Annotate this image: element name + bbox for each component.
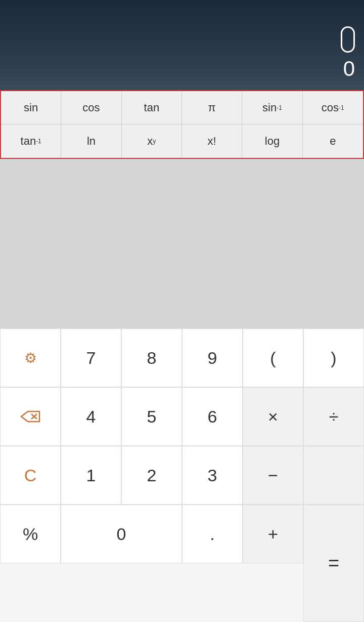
backspace-icon: [20, 409, 40, 424]
arcsin-button[interactable]: sin-1: [242, 91, 302, 125]
key-8[interactable]: 8: [121, 328, 182, 387]
power-button[interactable]: xy: [122, 125, 182, 158]
key-6[interactable]: 6: [182, 387, 243, 446]
factorial-button[interactable]: x!: [182, 125, 242, 158]
euler-button[interactable]: e: [303, 125, 363, 158]
display-cursor: [341, 26, 355, 53]
backspace-button[interactable]: [0, 387, 61, 446]
empty-key: [303, 446, 364, 505]
close-paren-button[interactable]: ): [303, 328, 364, 387]
cos-button[interactable]: cos: [61, 91, 121, 125]
sin-button[interactable]: sin: [1, 91, 61, 125]
key-9[interactable]: 9: [182, 328, 243, 387]
settings-button[interactable]: ⚙: [0, 328, 61, 387]
ln-button[interactable]: ln: [61, 125, 121, 158]
key-7[interactable]: 7: [61, 328, 121, 387]
arccos-button[interactable]: cos-1: [303, 91, 363, 125]
multiply-button[interactable]: ×: [243, 387, 303, 446]
clear-button[interactable]: C: [0, 446, 61, 505]
percent-button[interactable]: %: [0, 505, 61, 563]
arctan-button[interactable]: tan-1: [1, 125, 61, 158]
display-area: 0: [0, 0, 364, 90]
scientific-panel: sin cos tan π sin-1 cos-1 tan-1 ln xy x!…: [0, 90, 364, 159]
log-button[interactable]: log: [242, 125, 302, 158]
open-paren-button[interactable]: (: [243, 328, 303, 387]
display-value: 0: [343, 57, 355, 81]
key-0[interactable]: 0: [61, 505, 182, 563]
plus-button[interactable]: +: [243, 505, 303, 563]
key-4[interactable]: 4: [61, 387, 121, 446]
dot-button[interactable]: .: [182, 505, 243, 563]
pi-button[interactable]: π: [182, 91, 242, 125]
keypad: ⚙ 7 8 9 ( ) 4 5 6 × ÷ C 1 2 3 − % 0 . + …: [0, 328, 364, 622]
key-5[interactable]: 5: [121, 387, 182, 446]
tan-button[interactable]: tan: [122, 91, 182, 125]
key-3[interactable]: 3: [182, 446, 243, 505]
key-1[interactable]: 1: [61, 446, 121, 505]
divide-button[interactable]: ÷: [303, 387, 364, 446]
minus-button[interactable]: −: [243, 446, 303, 505]
spacer: [0, 159, 364, 328]
equals-button[interactable]: =: [303, 505, 364, 622]
key-2[interactable]: 2: [121, 446, 182, 505]
